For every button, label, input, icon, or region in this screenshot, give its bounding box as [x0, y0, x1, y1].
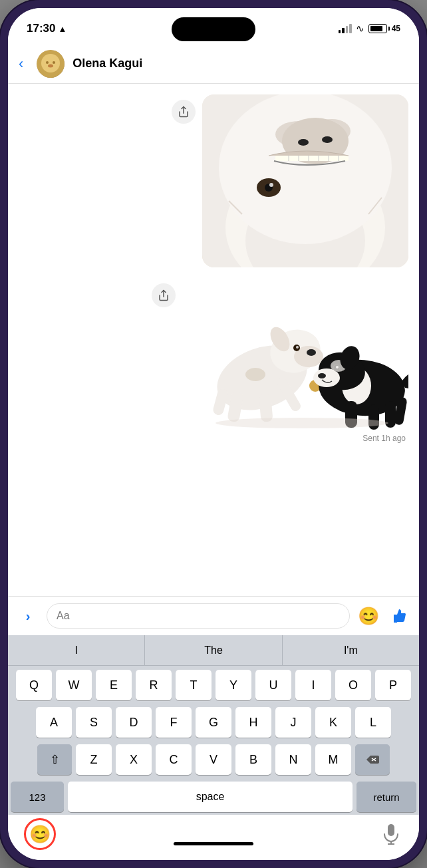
svg-point-43 — [245, 368, 265, 381]
keyboard: Q W E R T Y U I O P A S D F — [8, 666, 419, 815]
svg-point-27 — [269, 183, 273, 187]
key-X[interactable]: X — [116, 744, 152, 775]
key-Z[interactable]: Z — [76, 744, 112, 775]
key-M[interactable]: M — [315, 744, 351, 775]
keyboard-rows: Q W E R T Y U I O P A S D F — [8, 666, 419, 815]
key-row-3: ⇧ Z X C V B N M — [11, 744, 416, 775]
space-key[interactable]: space — [68, 782, 353, 812]
key-D[interactable]: D — [116, 707, 152, 738]
location-arrow-icon: ▲ — [58, 24, 67, 34]
key-S[interactable]: S — [76, 707, 112, 738]
delete-key[interactable] — [355, 744, 390, 775]
emoji-face-button[interactable]: 😊 — [24, 818, 56, 850]
svg-point-55 — [318, 373, 326, 378]
svg-rect-18 — [275, 156, 349, 161]
image-message-2 — [152, 278, 408, 431]
wifi-icon: ∿ — [356, 23, 364, 35]
status-right: ∿ 45 — [339, 23, 400, 35]
key-E[interactable]: E — [96, 670, 132, 700]
message-input[interactable] — [47, 603, 350, 629]
key-row-1: Q W E R T Y U I O P — [11, 670, 416, 700]
input-area: › 😊 — [8, 596, 419, 635]
svg-rect-34 — [259, 393, 273, 422]
key-J[interactable]: J — [275, 707, 311, 738]
numbers-key[interactable]: 123 — [11, 782, 64, 812]
svg-point-16 — [298, 139, 309, 146]
key-Q[interactable]: Q — [16, 670, 52, 700]
svg-point-12 — [219, 94, 392, 244]
key-L[interactable]: L — [355, 707, 391, 738]
svg-point-3 — [53, 61, 55, 64]
contact-avatar[interactable] — [37, 50, 65, 78]
key-C[interactable]: C — [156, 744, 192, 775]
svg-point-1 — [41, 54, 60, 72]
key-N[interactable]: N — [275, 744, 311, 775]
contact-name-label: Olena Kagui — [72, 57, 408, 71]
svg-point-2 — [46, 61, 49, 64]
key-U[interactable]: U — [255, 670, 291, 700]
svg-point-60 — [215, 418, 388, 428]
message-container-1 — [19, 94, 408, 267]
phone-screen: 17:30 ▲ ∿ 45 ‹ — [8, 8, 419, 860]
bottom-bar: 😊 — [8, 815, 419, 860]
home-indicator — [174, 842, 253, 845]
svg-point-40 — [307, 349, 316, 356]
key-I[interactable]: I — [295, 670, 331, 700]
expand-button[interactable]: › — [16, 604, 40, 628]
suggestion-1[interactable]: I — [8, 635, 145, 665]
share-button-2[interactable] — [152, 283, 176, 307]
svg-point-4 — [48, 64, 53, 67]
mic-button[interactable] — [379, 822, 403, 846]
key-K[interactable]: K — [315, 707, 351, 738]
key-row-2: A S D F G H J K L — [11, 707, 416, 738]
time-display: 17:30 — [27, 22, 55, 35]
battery-indicator: 45 — [368, 24, 400, 33]
key-T[interactable]: T — [176, 670, 212, 700]
battery-label: 45 — [392, 24, 400, 33]
key-O[interactable]: O — [335, 670, 371, 700]
dog-image-1 — [202, 94, 408, 267]
key-F[interactable]: F — [156, 707, 192, 738]
shift-key[interactable]: ⇧ — [37, 744, 72, 775]
status-bar: 17:30 ▲ ∿ 45 — [8, 8, 419, 44]
key-R[interactable]: R — [136, 670, 172, 700]
key-row-4: 123 space return — [11, 782, 416, 812]
signal-bars-icon — [339, 24, 352, 33]
share-button-1[interactable] — [172, 100, 196, 124]
message-container-2: Sent 1h ago — [19, 278, 408, 443]
key-Y[interactable]: Y — [215, 670, 251, 700]
back-button[interactable]: ‹ — [19, 54, 29, 74]
keyboard-suggestions: I The I'm — [8, 635, 419, 666]
key-W[interactable]: W — [56, 670, 92, 700]
key-V[interactable]: V — [196, 744, 231, 775]
chat-area: Sent 1h ago — [8, 84, 419, 596]
emoji-reaction-button[interactable]: 😊 — [356, 604, 380, 628]
key-H[interactable]: H — [235, 707, 271, 738]
key-B[interactable]: B — [235, 744, 271, 775]
suggestion-3[interactable]: I'm — [283, 635, 419, 665]
status-time: 17:30 ▲ — [27, 22, 67, 35]
nav-header: ‹ Olena Kagui — [8, 44, 419, 84]
svg-point-17 — [322, 136, 333, 143]
key-G[interactable]: G — [196, 707, 231, 738]
dog-image-2 — [182, 278, 408, 431]
key-P[interactable]: P — [375, 670, 411, 700]
return-key[interactable]: return — [356, 782, 416, 812]
svg-point-42 — [296, 346, 299, 349]
avatar-emoji — [37, 50, 65, 78]
sent-timestamp: Sent 1h ago — [362, 434, 408, 443]
emoji-face-icon: 😊 — [29, 824, 51, 845]
suggestion-2[interactable]: The — [145, 635, 282, 665]
image-message-1 — [172, 94, 408, 267]
dynamic-island — [172, 17, 255, 41]
key-A[interactable]: A — [36, 707, 72, 738]
svg-rect-63 — [388, 824, 394, 836]
like-button[interactable] — [387, 604, 411, 628]
phone-frame: 17:30 ▲ ∿ 45 ‹ — [0, 0, 427, 868]
